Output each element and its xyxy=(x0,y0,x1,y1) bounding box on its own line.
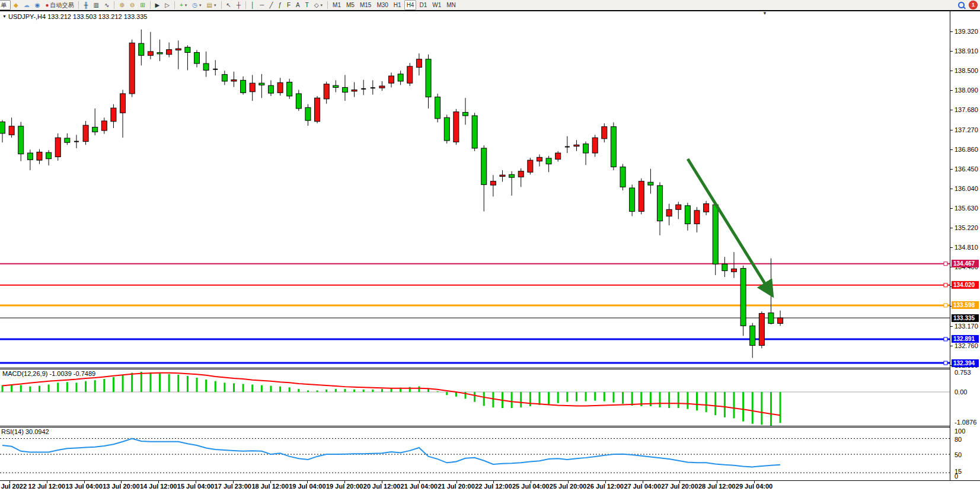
cursor-icon[interactable]: ↖ xyxy=(224,0,234,10)
candlestick-chart-icon[interactable]: ▥ xyxy=(91,0,101,10)
level-anchor-icon[interactable] xyxy=(944,304,947,307)
notification-badge[interactable]: 1 xyxy=(969,1,977,9)
pane-separator[interactable] xyxy=(0,368,980,368)
periods-button[interactable]: ◷▾ xyxy=(190,0,203,10)
signals-icon[interactable]: ◉ xyxy=(33,0,43,10)
price-level-badge[interactable]: 132.891 xyxy=(952,335,979,343)
templates-button[interactable]: ▤▾ xyxy=(205,0,219,10)
price-tick-label: 138.500 xyxy=(955,67,978,74)
candles[interactable] xyxy=(0,30,783,358)
chevron-down-icon: ▾ xyxy=(199,1,202,9)
history-center-icon[interactable]: ◆ xyxy=(11,0,21,10)
timeframe-mn-label: MN xyxy=(446,1,456,9)
chevron-down-icon: ▾ xyxy=(185,1,187,9)
time-tick-label: 12 Jul 12:00 xyxy=(28,483,65,490)
chart-shift-marker-icon[interactable]: ▼ xyxy=(762,11,767,16)
cloud-icon[interactable]: ☁ xyxy=(21,0,32,10)
price-tick-label: 133.170 xyxy=(955,323,978,330)
price-tick-label: 138.090 xyxy=(955,87,978,94)
level-anchor-icon[interactable] xyxy=(944,283,947,287)
time-tick-label: 25 Jul 20:00 xyxy=(550,483,586,490)
price-level-badge[interactable]: 134.020 xyxy=(952,281,979,289)
zoom-in-icon[interactable]: ⊕ xyxy=(117,0,126,10)
toolbar-separator xyxy=(221,1,222,9)
trendline-icon[interactable]: ╱ xyxy=(267,0,275,10)
time-axis[interactable]: 11 Jul 202212 Jul 12:0013 Jul 04:0013 Ju… xyxy=(0,481,980,491)
auto-scroll-icon: ▶ xyxy=(155,1,160,9)
chart-canvas[interactable] xyxy=(0,10,950,481)
line-chart-icon[interactable]: ∿ xyxy=(102,0,111,10)
trend-arrow[interactable] xyxy=(688,159,771,293)
macd-scale-label: -1.0876 xyxy=(955,419,976,426)
pane-separator[interactable] xyxy=(0,427,980,428)
chevron-down-icon[interactable]: ▼ xyxy=(2,14,7,18)
timeframe-w1[interactable]: W1 xyxy=(430,0,443,10)
timeframe-m30-label: M30 xyxy=(376,1,388,9)
zoom-out-icon[interactable]: ⊖ xyxy=(127,0,137,10)
price-axis[interactable]: 139.320138.910138.500138.090137.680137.2… xyxy=(950,11,980,480)
chevron-down-icon: ▾ xyxy=(321,1,323,9)
trendline-icon: ╱ xyxy=(269,1,273,9)
time-tick-label: 26 Jul 12:00 xyxy=(587,483,624,490)
price-level-badge[interactable]: 133.335 xyxy=(952,314,979,322)
templates-button: ▤ xyxy=(207,1,212,9)
time-tick-label: 19 Jul 04:00 xyxy=(289,483,325,490)
bar-chart-icon[interactable]: ╫ xyxy=(81,0,90,10)
pane-separator[interactable] xyxy=(0,369,980,369)
price-tick xyxy=(950,71,953,71)
line-chart-icon: ∿ xyxy=(104,1,109,9)
timeframe-d1[interactable]: D1 xyxy=(417,0,429,10)
new-order-button[interactable]: 单 xyxy=(0,0,11,10)
indicators-button[interactable]: +▾ xyxy=(177,0,189,10)
tile-windows-icon[interactable]: ⊞ xyxy=(138,0,147,10)
horizontal-line-icon: ─ xyxy=(260,1,264,9)
timeframe-m15[interactable]: M15 xyxy=(357,0,374,10)
level-anchor-icon[interactable] xyxy=(944,262,947,266)
time-tick-label: 18 Jul 12:00 xyxy=(251,483,288,490)
price-tick-label: 135.220 xyxy=(955,224,978,231)
price-tick-label: 137.680 xyxy=(955,106,978,113)
fibonacci-icon[interactable]: F xyxy=(285,0,293,10)
price-tick xyxy=(950,51,953,52)
timeframe-mn[interactable]: MN xyxy=(444,0,458,10)
autotrading-button: ● xyxy=(45,1,49,9)
price-tick xyxy=(950,110,953,110)
price-level-badge[interactable]: 132.394 xyxy=(952,359,979,367)
chart-shift-icon: ▷ xyxy=(165,1,170,9)
arrows-icon[interactable]: ◇▾ xyxy=(312,0,325,10)
price-tick-label: 137.270 xyxy=(955,126,978,133)
horizontal-line-icon[interactable]: ─ xyxy=(257,0,266,10)
search-icon[interactable] xyxy=(958,2,965,8)
timeframe-h1[interactable]: H1 xyxy=(391,0,404,10)
price-tick-label: 136.860 xyxy=(955,146,978,153)
toolbar-right: 1 xyxy=(958,1,977,9)
pane-separator[interactable] xyxy=(0,426,980,426)
price-level-badge[interactable]: 133.598 xyxy=(952,301,979,309)
text-icon[interactable]: A xyxy=(293,0,302,10)
time-tick-label: 13 Jul 04:00 xyxy=(65,483,102,490)
timeframe-m30[interactable]: M30 xyxy=(374,0,390,10)
time-tick-label: 21 Jul 20:00 xyxy=(438,483,474,490)
timeframe-h4-label: H4 xyxy=(407,1,414,9)
indicators-button: + xyxy=(180,1,183,9)
autotrading-button[interactable]: ●自动交易 xyxy=(43,0,76,10)
rsi-label: RSI(14) 30.0942 xyxy=(1,428,49,435)
equidistant-channel-icon[interactable]: ƒ xyxy=(276,0,284,10)
price-tick xyxy=(950,90,953,91)
text-label-icon[interactable]: T xyxy=(303,0,311,10)
level-anchor-icon[interactable] xyxy=(944,337,947,341)
timeframe-h4[interactable]: H4 xyxy=(404,0,417,10)
price-tick xyxy=(950,31,953,32)
chart-shift-icon[interactable]: ▷ xyxy=(162,0,172,10)
price-tick xyxy=(950,228,953,228)
crosshair-icon[interactable]: ┼ xyxy=(234,0,243,10)
timeframe-w1-label: W1 xyxy=(432,1,441,9)
vertical-line-icon[interactable]: │ xyxy=(248,0,257,10)
auto-scroll-icon[interactable]: ▶ xyxy=(153,0,162,10)
timeframe-m1[interactable]: M1 xyxy=(330,0,343,10)
time-tick-label: 21 Jul 04:00 xyxy=(401,483,438,490)
time-tick-label: 27 Jul 04:00 xyxy=(624,483,660,490)
level-anchor-icon[interactable] xyxy=(944,361,947,365)
timeframe-m5[interactable]: M5 xyxy=(344,0,357,10)
price-level-badge[interactable]: 134.467 xyxy=(952,260,979,267)
